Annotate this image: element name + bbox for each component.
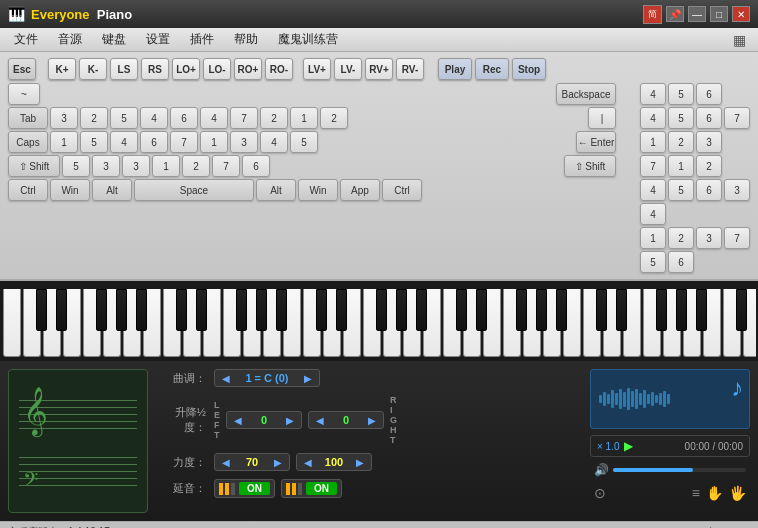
stop-button[interactable]: Stop: [512, 58, 546, 80]
ro-minus-key[interactable]: RO-: [265, 58, 293, 80]
tilde-key[interactable]: ~: [8, 83, 40, 105]
minimize-button[interactable]: —: [688, 6, 706, 22]
np-5dot[interactable]: 5·: [668, 179, 694, 201]
close-button[interactable]: ✕: [732, 6, 750, 22]
np-6a[interactable]: 6: [696, 83, 722, 105]
black-key-4-1[interactable]: [596, 289, 607, 331]
black-key-3-3[interactable]: [476, 289, 487, 331]
i-key[interactable]: 2: [260, 107, 288, 129]
np-3b[interactable]: 3: [696, 227, 722, 249]
black-key-2-1[interactable]: [316, 289, 327, 331]
play-pause-button[interactable]: ▶: [624, 439, 633, 453]
lv-minus-key[interactable]: LV-: [334, 58, 362, 80]
u-key[interactable]: 7: [230, 107, 258, 129]
np-7a[interactable]: 7: [724, 107, 750, 129]
np-1a[interactable]: 1: [668, 155, 694, 177]
space-key[interactable]: Space: [134, 179, 254, 201]
k-minus-key[interactable]: K-: [79, 58, 107, 80]
language-button[interactable]: 简: [643, 5, 662, 24]
black-key-3-6[interactable]: [516, 289, 527, 331]
v-key[interactable]: 1·: [152, 155, 180, 177]
np-6dot[interactable]: 6·: [696, 179, 722, 201]
np-7c[interactable]: 7: [724, 227, 750, 249]
black-key-1-1[interactable]: [176, 289, 187, 331]
np-4b[interactable]: 4: [640, 107, 666, 129]
vel-right-next[interactable]: ▶: [353, 457, 367, 468]
q-key[interactable]: 3·: [50, 107, 78, 129]
np-5b[interactable]: 5: [668, 107, 694, 129]
o-key[interactable]: 1: [290, 107, 318, 129]
black-key-4-10[interactable]: [696, 289, 707, 331]
np-3a[interactable]: 3: [724, 179, 750, 201]
np-1b[interactable]: 1: [640, 227, 666, 249]
white-key-0-0[interactable]: [3, 289, 21, 357]
delay-left-status[interactable]: ON: [239, 482, 270, 495]
np-4dot[interactable]: 4·: [640, 179, 666, 201]
ralt-key[interactable]: Alt: [256, 179, 296, 201]
np-5c[interactable]: 5: [640, 251, 666, 273]
rv-plus-key[interactable]: RV+: [365, 58, 393, 80]
np-4c[interactable]: 4: [640, 203, 666, 225]
black-key-1-10[interactable]: [276, 289, 287, 331]
vel-left-prev[interactable]: ◀: [219, 457, 233, 468]
lo-plus-key[interactable]: LO+: [172, 58, 200, 80]
z-key[interactable]: 5: [62, 155, 90, 177]
np-7b[interactable]: 7: [640, 155, 666, 177]
black-key-0-6[interactable]: [96, 289, 107, 331]
black-key-1-3[interactable]: [196, 289, 207, 331]
menu-settings[interactable]: 设置: [136, 28, 180, 51]
menu-plugins[interactable]: 插件: [180, 28, 224, 51]
t-key[interactable]: 6: [170, 107, 198, 129]
enter-key[interactable]: ← Enter: [576, 131, 616, 153]
h-key[interactable]: 1: [200, 131, 228, 153]
menu-help[interactable]: 帮助: [224, 28, 268, 51]
volume-slider[interactable]: [613, 468, 746, 472]
hand-icon[interactable]: ✋: [706, 485, 723, 501]
black-key-0-10[interactable]: [136, 289, 147, 331]
g-key[interactable]: 7·: [170, 131, 198, 153]
np-6b[interactable]: 6: [696, 107, 722, 129]
black-key-0-3[interactable]: [56, 289, 67, 331]
np-2a[interactable]: 2: [696, 155, 722, 177]
b-key[interactable]: 2: [182, 155, 210, 177]
d-key[interactable]: 4: [110, 131, 138, 153]
black-key-2-8[interactable]: [396, 289, 407, 331]
lalt-key[interactable]: Alt: [92, 179, 132, 201]
lctrl-key[interactable]: Ctrl: [8, 179, 48, 201]
pipe-key[interactable]: |: [588, 107, 616, 129]
maximize-button[interactable]: □: [710, 6, 728, 22]
menu-keyboard[interactable]: 键盘: [92, 28, 136, 51]
tab-key[interactable]: Tab: [8, 107, 48, 129]
black-key-4-6[interactable]: [656, 289, 667, 331]
caps-key[interactable]: Caps: [8, 131, 48, 153]
menu-sound[interactable]: 音源: [48, 28, 92, 51]
black-key-2-3[interactable]: [336, 289, 347, 331]
a-key[interactable]: 1·: [50, 131, 78, 153]
app-key[interactable]: App: [340, 179, 380, 201]
play-button[interactable]: Play: [438, 58, 472, 80]
k-plus-key[interactable]: K+: [48, 58, 76, 80]
rec-button[interactable]: Rec: [475, 58, 509, 80]
black-key-5-1[interactable]: [736, 289, 747, 331]
rs-key[interactable]: RS: [141, 58, 169, 80]
n-key[interactable]: 7: [212, 155, 240, 177]
lshift-key[interactable]: ⇧ Shift: [8, 155, 60, 177]
lv-plus-key[interactable]: LV+: [303, 58, 331, 80]
vel-right-prev[interactable]: ◀: [301, 457, 315, 468]
np-4a[interactable]: 4: [640, 83, 666, 105]
black-key-3-10[interactable]: [556, 289, 567, 331]
l-key[interactable]: 5: [290, 131, 318, 153]
menu-training[interactable]: 魔鬼训练营: [268, 28, 348, 51]
menu-file[interactable]: 文件: [4, 28, 48, 51]
p-key[interactable]: 2: [320, 107, 348, 129]
delay-right-status[interactable]: ON: [306, 482, 337, 495]
esc-key[interactable]: Esc: [8, 58, 36, 80]
x-key[interactable]: 3: [92, 155, 120, 177]
black-key-2-6[interactable]: [376, 289, 387, 331]
black-key-2-10[interactable]: [416, 289, 427, 331]
pitch-left-next[interactable]: ▶: [283, 415, 297, 426]
ls-key[interactable]: LS: [110, 58, 138, 80]
black-key-1-8[interactable]: [256, 289, 267, 331]
rctrl-key[interactable]: Ctrl: [382, 179, 422, 201]
lo-minus-key[interactable]: LO-: [203, 58, 231, 80]
